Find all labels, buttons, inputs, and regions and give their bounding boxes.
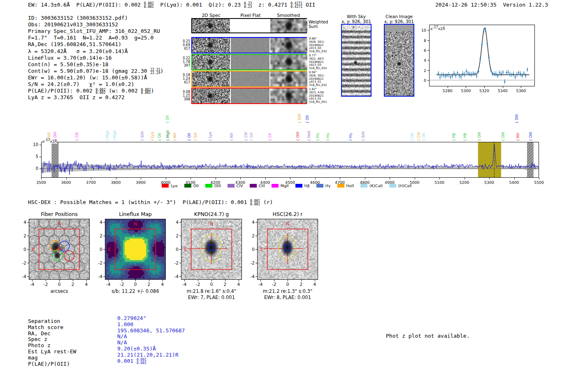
x-tick-mark [216,178,216,179]
legend-swatch [360,184,367,188]
spec-row-left-labels: 0.250.69417 [180,39,190,51]
x-tick-mark [439,178,440,179]
y-tick-mark [27,276,29,277]
match-table-label: Match score [28,324,63,330]
legend-label: Hβ [304,183,310,188]
y-tick-mark [427,30,429,30]
x-tick-label: 4 [81,282,91,287]
emission-line-label: { OVI [53,132,57,141]
emission-line-label: { CIV [244,132,248,141]
x-tick-mark [86,280,87,281]
pixel-flat-cutout [231,72,269,86]
emission-line-label: { MgII [113,130,117,141]
panel-title: HSC(26.2) r [249,211,326,217]
info-line: LineFlux = 3.70(±0.14)e-16 [28,55,112,61]
legend-swatch [316,184,323,188]
legend-swatch [272,184,279,188]
info-line: EWr = 16.00(±1.20) (w: 15.00(±0.58))Å [28,74,147,81]
smoothed-cutout [270,38,307,53]
emission-line-label: { OII [305,115,309,123]
x-tick-label: -4 [27,282,37,287]
legend-item: OII [184,183,199,188]
spec-grid-col-header: 2D Spec [190,13,232,18]
x-tick-mark [315,178,316,179]
y-tick-mark [255,222,257,223]
x-tick-mark [340,178,340,179]
x-tick-mark [46,280,46,281]
y-tick-label: -2 [18,260,26,265]
legend-swatch [250,184,257,188]
timestamp-version: 2024-12-26 12:50:35 Version 1.22.3 [435,2,548,8]
y-tick-mark [103,276,105,277]
x-tick-mark [274,280,274,281]
y-tick-mark [103,236,105,236]
y-tick-mark [427,50,429,51]
x-tick-label: 4 [234,282,244,287]
x-tick-mark [260,280,261,281]
emission-line-label: { SiIV [140,131,144,141]
legend-swatch [389,184,396,188]
x-tick-label: -4 [255,282,265,287]
y-tick-mark [427,60,429,60]
stacked-uncertainty: 0.0020.001 [144,2,154,8]
y-tick-mark [39,145,41,145]
x-tick-mark [539,178,539,179]
y-tick-label: 4 [94,220,102,225]
y-tick-label: 6 [418,48,426,53]
x-tick-label: 4 [310,282,320,287]
x-tick-mark [198,280,198,281]
match-table-value: 0.001 0.0010.001 [117,358,146,365]
x-tick-mark [73,280,73,281]
x-tick-mark [91,178,91,179]
x-tick-label: 2 [296,282,306,287]
y-tick-label: 10 [418,28,426,32]
panel-frame [257,219,318,280]
info-line: F=1.7" T=0.161 N=1.22 A=0.93 g=25.0 [28,35,153,41]
y-tick-mark [179,276,181,277]
y-tick-mark [103,263,105,263]
panel-title: Lineflux Map [97,211,174,217]
emission-line-label: { Hγ [348,133,353,141]
emission-line-label: { SiII [47,132,51,141]
x-tick-mark [239,280,239,281]
y-tick-label: 0 [418,78,426,83]
panel-title: Fiber Positions [21,211,98,217]
sky-panel-title: With Skyx, y: 926, 301 [334,14,378,24]
legend-label: CIII [259,183,265,188]
emission-line-label: { MgII [105,130,109,141]
info-line: λ = 5320.42Å σ = 3.20(±0.14)Å [28,48,128,54]
emission-line-label: { OIII [477,132,481,141]
clean-image-cutout [385,25,413,96]
x-tick-mark [290,178,290,179]
y-tick-label: 2 [246,233,255,238]
report-timestamp: 2024-12-26 12:50:35 [435,2,497,8]
info-line: LyA z = 3.3765 OII z = 0.4272 [28,94,125,100]
match-table-value: 1.000 [117,321,133,327]
x-tick-label: 2 [68,282,78,287]
match-table-value: 9.20(±0.35)Å [117,346,156,352]
x-tick-label: 5280 [441,88,454,93]
report-version: Version 1.22.3 [503,2,548,8]
weighted-sum-label: WeightedSum [309,20,328,29]
x-tick-label: 2 [144,282,154,287]
2d-spec-cutout [192,72,230,86]
emission-line-label: { Hβ [463,133,467,141]
y-tick-label: -4 [170,274,179,279]
panel-frame [29,219,90,280]
pixel-flat-cutout [231,55,269,70]
legend-label: (K)CaII [369,183,383,188]
stacked-uncertainty: 0.42710.4271 [290,2,302,8]
y-tick-mark [179,249,181,250]
legend-label: Lyα [171,183,177,188]
legend-label: Hγ [325,183,331,188]
x-tick-mark [116,178,116,179]
y-tick-label: 2 [418,68,426,73]
x-tick-label: -2 [269,282,279,287]
smoothed-cutout [270,19,307,32]
x-tick-mark [466,86,466,88]
smoothed-cutout [270,72,307,86]
x-tick-mark [484,86,485,88]
x-tick-label: 4 [158,282,167,287]
info-line: Obs: 20190621v013_3003633152 [28,21,118,28]
y-tick-label: 0 [246,247,255,252]
